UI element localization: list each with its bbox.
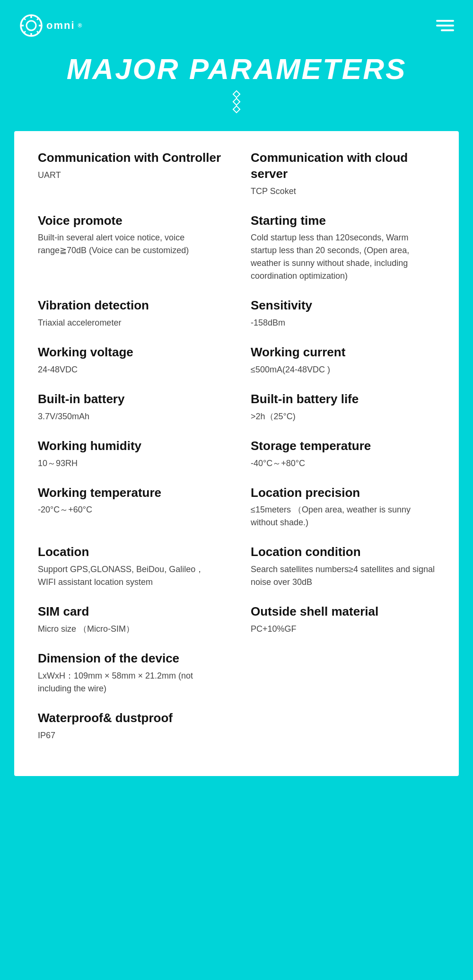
param-value-comm-controller: UART — [38, 169, 222, 182]
param-value-location-precision: ≤15meters （Open area, weather is sunny w… — [251, 503, 435, 529]
empty-right — [251, 710, 435, 742]
param-title-working-voltage: Working voltage — [38, 344, 222, 361]
logo-sup: ® — [78, 22, 83, 29]
param-value-working-humidity: 10～93RH — [38, 457, 222, 470]
working-humidity: Working humidity10～93RH — [38, 438, 222, 470]
param-title-sim-card: SIM card — [38, 604, 222, 620]
location-condition: Location conditionSearch satellites numb… — [251, 544, 435, 589]
param-value-storage-temperature: -40°C～+80°C — [251, 457, 435, 470]
param-title-comm-cloud: Communication with cloud server — [251, 150, 435, 182]
param-title-location: Location — [38, 544, 222, 560]
param-value-outside-shell: PC+10%GF — [251, 623, 435, 636]
omni-logo-icon — [19, 13, 44, 38]
param-title-voice-promote: Voice promote — [38, 213, 222, 229]
param-value-working-current: ≤500mA(24-48VDC ) — [251, 363, 435, 376]
comm-cloud: Communication with cloud serverTCP Scoke… — [251, 150, 435, 198]
builtin-battery: Built-in battery3.7V/350mAh — [38, 391, 222, 423]
sim-card: SIM cardMicro size （Micro-SIM） — [38, 604, 222, 636]
main-title: MAJOR PARAMETERS — [0, 52, 473, 86]
working-voltage: Working voltage24-48VDC — [38, 344, 222, 376]
param-title-comm-controller: Communication with Controller — [38, 150, 222, 166]
outside-shell: Outside shell materialPC+10%GF — [251, 604, 435, 636]
svg-line-8 — [37, 18, 39, 20]
param-title-working-temperature: Working temperature — [38, 485, 222, 501]
builtin-battery-life: Built-in battery life>2h（25°C) — [251, 391, 435, 423]
voice-promote: Voice promoteBuilt-in several alert voic… — [38, 213, 222, 283]
param-title-builtin-battery-life: Built-in battery life — [251, 391, 435, 407]
sensitivity: Sensitivity-158dBm — [251, 298, 435, 329]
param-title-vibration-detection: Vibration detection — [38, 298, 222, 314]
param-value-dimension: LxWxH：109mm × 58mm × 21.2mm (not includi… — [38, 670, 222, 695]
svg-line-7 — [37, 31, 39, 33]
location: LocationSupport GPS,GLONASS, BeiDou, Gal… — [38, 544, 222, 589]
param-value-voice-promote: Built-in several alert voice notice, voi… — [38, 231, 222, 257]
svg-point-1 — [26, 21, 36, 30]
param-title-storage-temperature: Storage temperature — [251, 438, 435, 454]
empty-right — [251, 651, 435, 695]
param-title-location-condition: Location condition — [251, 544, 435, 560]
param-value-working-temperature: -20°C～+60°C — [38, 503, 222, 516]
param-title-starting-time: Starting time — [251, 213, 435, 229]
content-card: Communication with ControllerUARTCommuni… — [14, 131, 459, 776]
param-title-location-precision: Location precision — [251, 485, 435, 501]
param-value-location: Support GPS,GLONASS, BeiDou, Galileo， WI… — [38, 563, 222, 589]
logo-text: omni — [46, 19, 75, 32]
svg-line-9 — [24, 31, 26, 33]
diamond-decorations — [0, 91, 473, 112]
param-title-dimension: Dimension of the device — [38, 651, 222, 667]
param-value-working-voltage: 24-48VDC — [38, 363, 222, 376]
param-title-working-current: Working current — [251, 344, 435, 361]
starting-time: Starting timeCold startup less than 120s… — [251, 213, 435, 283]
param-value-starting-time: Cold startup less than 120seconds, Warm … — [251, 231, 435, 283]
param-title-builtin-battery: Built-in battery — [38, 391, 222, 407]
param-title-working-humidity: Working humidity — [38, 438, 222, 454]
working-temperature: Working temperature-20°C～+60°C — [38, 485, 222, 530]
diamond-2 — [233, 98, 241, 106]
param-title-waterproof: Waterproof& dustproof — [38, 710, 222, 726]
header: omni® — [0, 0, 473, 47]
param-value-sensitivity: -158dBm — [251, 317, 435, 329]
param-title-sensitivity: Sensitivity — [251, 298, 435, 314]
param-value-location-condition: Search satellites numbers≥4 satellites a… — [251, 563, 435, 589]
svg-line-6 — [24, 18, 26, 20]
hamburger-menu[interactable] — [436, 20, 454, 31]
title-section: MAJOR PARAMETERS — [0, 47, 473, 122]
logo: omni® — [19, 13, 83, 38]
diamond-3 — [233, 106, 241, 114]
storage-temperature: Storage temperature-40°C～+80°C — [251, 438, 435, 470]
vibration-detection: Vibration detectionTriaxial acceleromete… — [38, 298, 222, 329]
param-value-waterproof: IP67 — [38, 729, 222, 742]
param-title-outside-shell: Outside shell material — [251, 604, 435, 620]
diamond-1 — [233, 90, 241, 98]
waterproof: Waterproof& dustproofIP67 — [38, 710, 222, 742]
params-grid: Communication with ControllerUARTCommuni… — [38, 150, 435, 757]
param-value-builtin-battery-life: >2h（25°C) — [251, 410, 435, 423]
param-value-comm-cloud: TCP Scoket — [251, 185, 435, 198]
location-precision: Location precision≤15meters （Open area, … — [251, 485, 435, 530]
param-value-sim-card: Micro size （Micro-SIM） — [38, 623, 222, 636]
dimension: Dimension of the deviceLxWxH：109mm × 58m… — [38, 651, 222, 695]
working-current: Working current≤500mA(24-48VDC ) — [251, 344, 435, 376]
param-value-builtin-battery: 3.7V/350mAh — [38, 410, 222, 423]
param-value-vibration-detection: Triaxial accelerometer — [38, 317, 222, 329]
comm-controller: Communication with ControllerUART — [38, 150, 222, 198]
